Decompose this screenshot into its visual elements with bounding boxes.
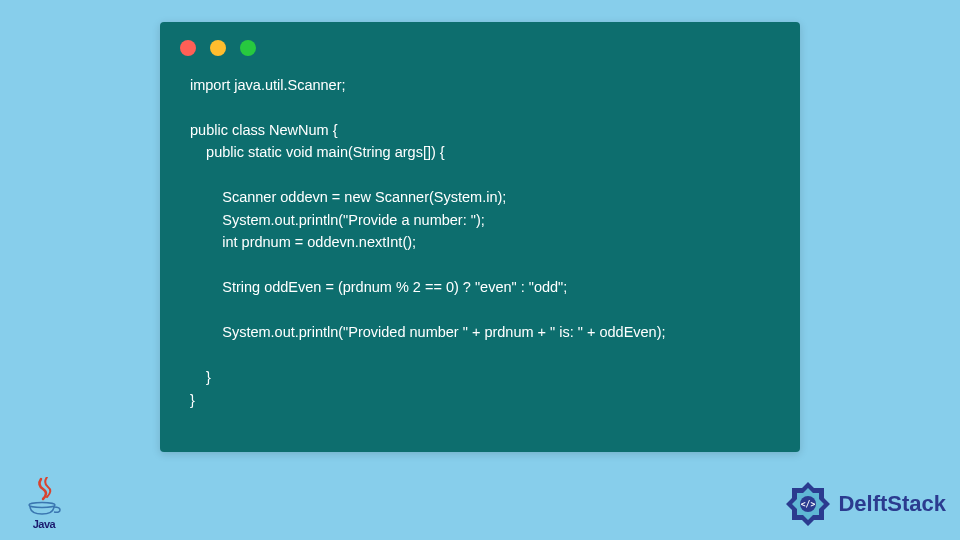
delftstack-logo: </> DelftStack: [784, 480, 946, 528]
code-line: public static void main(String args[]) {: [190, 144, 445, 160]
code-window: import java.util.Scanner; public class N…: [160, 22, 800, 452]
code-line: import java.util.Scanner;: [190, 77, 346, 93]
code-line: Scanner oddevn = new Scanner(System.in);: [190, 189, 506, 205]
code-line: }: [190, 392, 195, 408]
java-logo: Java: [18, 470, 70, 530]
code-line: String oddEven = (prdnum % 2 == 0) ? "ev…: [190, 279, 567, 295]
code-block: import java.util.Scanner; public class N…: [160, 66, 800, 431]
maximize-icon[interactable]: [240, 40, 256, 56]
java-logo-label: Java: [33, 518, 55, 530]
window-controls: [160, 22, 800, 66]
svg-text:</>: </>: [801, 500, 816, 509]
code-line: System.out.println("Provided number " + …: [190, 324, 666, 340]
delftstack-emblem-icon: </>: [784, 480, 832, 528]
code-line: public class NewNum {: [190, 122, 337, 138]
code-line: System.out.println("Provide a number: ")…: [190, 212, 485, 228]
java-steam-icon: [31, 477, 57, 501]
code-line: int prdnum = oddevn.nextInt();: [190, 234, 416, 250]
java-cup-icon: [26, 501, 62, 517]
code-line: }: [190, 369, 211, 385]
delftstack-logo-label: DelftStack: [838, 491, 946, 517]
minimize-icon[interactable]: [210, 40, 226, 56]
svg-point-0: [29, 503, 55, 508]
close-icon[interactable]: [180, 40, 196, 56]
